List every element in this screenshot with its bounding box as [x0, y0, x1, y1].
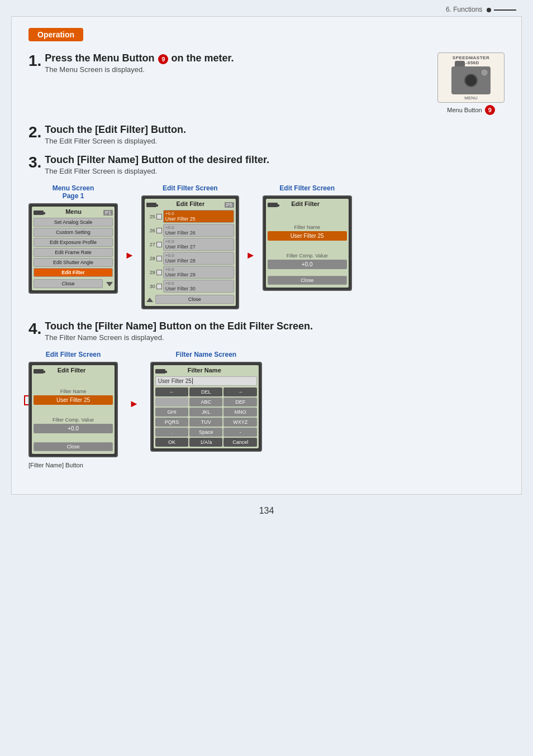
menu-item-filter[interactable]: Edit Filter [34, 268, 113, 277]
main-content: Operation 1. Press the Menu Button 9 on … [11, 16, 522, 495]
menu-screen-label: Menu ScreenPage 1 [53, 184, 94, 200]
kb-jkl[interactable]: JKL [189, 408, 222, 417]
filter-btn-28[interactable]: +0.0 User Filter 28 [163, 252, 234, 265]
ef2-inner: Edit Filter Filter Name User Filter 25 F… [266, 199, 349, 288]
menu-screen-container: Menu ScreenPage 1 Menu P1 Set Analog Sca… [28, 184, 118, 294]
kb-ghi[interactable]: GHI [155, 408, 188, 417]
ef3-filter-name-label: Filter Name [34, 389, 113, 394]
kb-pqrs[interactable]: PQRS [155, 418, 188, 427]
menu-down-arrow[interactable] [106, 279, 113, 289]
kb-def[interactable]: DEF [223, 398, 256, 406]
fn-screen-label: Filter Name Screen [175, 351, 236, 358]
step-2: 2. Touch the [Edit Filter] Button. The E… [28, 124, 505, 145]
kb-space[interactable]: Space [189, 428, 222, 437]
menu-screen-device: Menu P1 Set Analog Scale Custom Setting … [28, 203, 118, 294]
kb-mno[interactable]: MNO [223, 408, 256, 417]
fn-topbar: Filter Name [155, 367, 257, 375]
ef2-spacer2 [268, 210, 347, 221]
ef3-close-btn[interactable]: Close [34, 442, 113, 451]
menu-item-custom[interactable]: Custom Setting [34, 228, 113, 237]
step-3-content: Touch [Filter Name] Button of the desire… [45, 154, 505, 175]
edit-filter-screen1-device: Edit Filter P5 25 +0.0 User Filter 25 26 [141, 195, 239, 309]
filter-name-screen-container: Filter Name Screen Filter Name User Filt… [150, 351, 262, 452]
kb-row-1: ← DEL → [155, 387, 257, 396]
menu-page-indicator: P1 [103, 210, 113, 216]
kb-hyphen[interactable]: - [223, 428, 256, 437]
kb-tuv[interactable]: TUV [189, 418, 222, 427]
arrow-2-to-3: ► [246, 250, 256, 261]
page-number: 134 [0, 506, 533, 527]
filter-btn-25[interactable]: +0.0 User Filter 25 [163, 210, 234, 223]
filter-btn-26[interactable]: +0.0 User Filter 26 [163, 224, 234, 237]
filter-row-27: 27 +0.0 User Filter 27 [146, 238, 234, 251]
edit-filter-screen1-label: Edit Filter Screen [163, 184, 218, 192]
menu-button-num-badge: 9 [485, 105, 495, 115]
step-2-desc: The Edit Filter Screen is displayed. [45, 137, 505, 145]
kb-row-3: GHI JKL MNO [155, 408, 257, 417]
kb-ok[interactable]: OK [155, 438, 188, 447]
menu-close-btn[interactable]: Close [34, 279, 103, 288]
fn-input[interactable]: User Filter 25 [155, 376, 257, 386]
ef1-close-btn[interactable]: Close [155, 295, 234, 304]
ef2-topbar: Edit Filter [268, 200, 347, 209]
menu-label-small: MENU [464, 95, 478, 101]
kb-cancel[interactable]: Cancel [223, 438, 256, 447]
fn-inner: Filter Name User Filter 25 ← DEL → [154, 365, 259, 448]
ef2-filter-name-value[interactable]: User Filter 25 [268, 231, 347, 241]
ef3-spacer2 [34, 376, 113, 385]
ef1-up-arrow[interactable] [146, 294, 153, 304]
edit-filter-screen2-label: Edit Filter Screen [279, 184, 335, 192]
filter-btn-30[interactable]: +0.0 User Filter 30 [163, 280, 234, 293]
kb-empty1[interactable] [155, 398, 188, 406]
kb-row-6: OK 1/A/a Cancel [155, 438, 257, 447]
filter-btn-27[interactable]: +0.0 User Filter 27 [163, 238, 234, 251]
ef1-title: Edit Filter [176, 200, 204, 207]
ef2-comp-value[interactable]: +0.0 [268, 260, 347, 269]
filter-row-25: 25 +0.0 User Filter 25 [146, 210, 234, 223]
edit-filter-screen1-inner: Edit Filter P5 25 +0.0 User Filter 25 26 [145, 199, 236, 306]
ef3-topbar: Edit Filter [34, 367, 113, 375]
ef3-filter-name-value[interactable]: User Filter 25 [34, 395, 113, 405]
button-number-badge: 9 [158, 54, 168, 64]
kb-1aa[interactable]: 1/A/a [189, 438, 222, 447]
step-3-desc: The Edit Filter Screen is displayed. [45, 167, 505, 175]
ef2-close-btn[interactable]: Close [268, 276, 347, 285]
step-3: 3. Touch [Filter Name] Button of the des… [28, 154, 505, 175]
menu-item-exposure[interactable]: Edit Exposure Profile [34, 238, 113, 247]
screens-row-2: Edit Filter Screen Edit Filter Filter Na… [28, 351, 505, 468]
ef3-inner: Edit Filter Filter Name User Filter 25 F… [32, 365, 115, 454]
ef3-comp-value[interactable]: +0.0 [34, 424, 113, 433]
step-1: 1. Press the Menu Button 9 on the meter.… [28, 52, 505, 115]
kb-period[interactable]: . [155, 428, 188, 437]
menu-item-set-analog[interactable]: Set Analog Scale [34, 218, 113, 227]
camera-body [451, 66, 491, 94]
ef2-title: Edit Filter [291, 200, 320, 207]
step-4-desc: The Filter Name Screen is displayed. [45, 333, 505, 342]
kb-left-arrow[interactable]: ← [155, 387, 188, 396]
ef3-device: Edit Filter Filter Name User Filter 25 F… [28, 362, 118, 457]
step-4-number: 4. [28, 320, 41, 338]
step-2-content: Touch the [Edit Filter] Button. The Edit… [45, 124, 505, 145]
ef2-filter-name-label: Filter Name [268, 224, 347, 230]
kb-right-arrow[interactable]: → [223, 387, 256, 396]
menu-button-caption: Menu Button 9 [437, 105, 505, 115]
page-header: 6. Functions [0, 0, 533, 16]
camera-top [455, 61, 465, 66]
filter-row-28: 28 +0.0 User Filter 28 [146, 252, 234, 265]
kb-wxyz[interactable]: WXYZ [223, 418, 256, 427]
step-3-title: Touch [Filter Name] Button of the desire… [45, 154, 505, 166]
edit-filter-screen1-container: Edit Filter Screen Edit Filter P5 25 +0.… [141, 184, 239, 309]
edit-filter-screen2-container: Edit Filter Screen Edit Filter Filter Na… [263, 184, 352, 291]
step-3-number: 3. [28, 154, 41, 171]
screens-row-1: Menu ScreenPage 1 Menu P1 Set Analog Sca… [28, 184, 505, 309]
ef3-label: Edit Filter Screen [28, 351, 118, 358]
filter-name-button-label: [Filter Name] Button [28, 462, 118, 468]
filter-btn-29[interactable]: +0.0 User Filter 29 [163, 266, 234, 279]
meter-diagram: SPEEDMASTERL-858D MENU [437, 52, 505, 103]
kb-del[interactable]: DEL [189, 387, 222, 396]
menu-item-shutter[interactable]: Edit Shutter Angle [34, 258, 113, 267]
menu-item-framerate[interactable]: Edit Frame Rate [34, 248, 113, 257]
kb-abc[interactable]: ABC [189, 398, 222, 406]
menu-bottom-bar: Close [34, 279, 113, 289]
arrow-1-to-2: ► [125, 250, 135, 261]
